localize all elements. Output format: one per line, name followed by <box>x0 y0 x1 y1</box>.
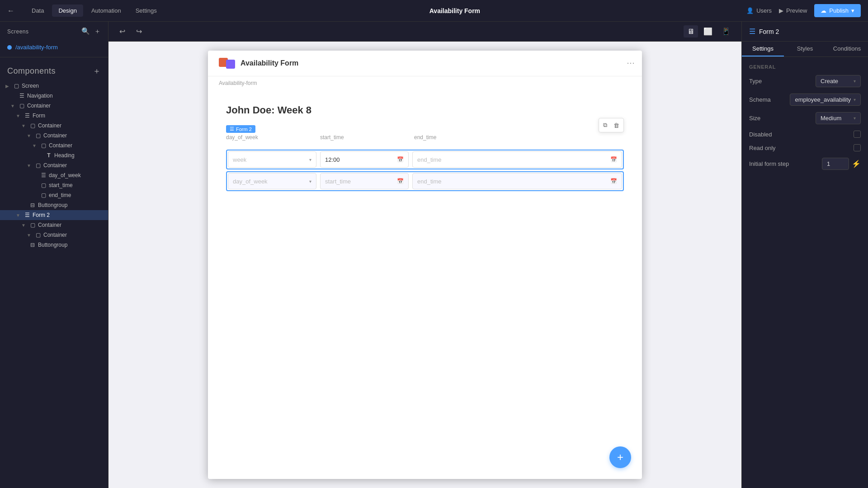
size-label: Size <box>749 115 760 122</box>
add-screen-icon[interactable]: ＋ <box>94 27 101 36</box>
size-caret: ▾ <box>854 116 856 121</box>
container-icon: ▢ <box>29 222 36 228</box>
tab-automation[interactable]: Automation <box>85 5 127 17</box>
field-icon: ▢ <box>40 192 47 198</box>
tree-item-end-time[interactable]: ▢ end_time <box>0 190 108 200</box>
tree-toggle: ▼ <box>25 163 33 168</box>
screens-actions: 🔍 ＋ <box>81 27 101 36</box>
tree-item-buttongroup-1[interactable]: ⊟ Buttongroup <box>0 200 108 210</box>
step-bolt-icon[interactable]: ⚡ <box>852 160 861 168</box>
field-icon: ☰ <box>40 172 47 178</box>
app-logo <box>219 58 235 69</box>
end-time-field-1[interactable]: end_time 📅 <box>412 151 622 168</box>
end-time-field-2[interactable]: end_time 📅 <box>412 173 622 189</box>
delete-row-button[interactable]: 🗑 <box>611 120 622 131</box>
col-header-day: day_of_week <box>226 134 316 141</box>
start-time-field-2[interactable]: start_time 📅 <box>320 173 409 189</box>
canvas-toolbar: ↩ ↪ 🖥 ⬜ 📱 <box>108 22 741 42</box>
screens-header: Screens 🔍 ＋ <box>0 22 108 41</box>
tree-item-screen[interactable]: ▶ ▢ Screen <box>0 81 108 91</box>
tab-data[interactable]: Data <box>25 5 50 17</box>
day-of-week-field-1[interactable]: week ▾ <box>228 151 316 168</box>
type-group: Type Create ▾ <box>749 75 861 87</box>
styles-tab[interactable]: Styles <box>784 42 826 56</box>
disabled-checkbox-wrap <box>854 131 861 138</box>
tree-item-container-2[interactable]: ▼ ▢ Container <box>0 121 108 131</box>
tree-item-form2[interactable]: ▼ ☰ Form 2 <box>0 210 108 220</box>
tree-item-buttongroup-2[interactable]: ⊟ Buttongroup <box>0 240 108 250</box>
col-header-end: end_time <box>414 134 624 141</box>
sidebar-divider <box>0 57 108 57</box>
canvas-dots-icon[interactable]: ⋯ <box>627 58 635 68</box>
tree-toggle: ▼ <box>25 233 33 238</box>
schema-caret: ▾ <box>854 97 856 102</box>
publish-button[interactable]: ☁ Publish ▾ <box>814 4 861 17</box>
day-of-week-field-2[interactable]: day_of_week ▾ <box>228 173 316 189</box>
dropdown-caret-1: ▾ <box>309 157 311 162</box>
mobile-view-button[interactable]: 📱 <box>718 25 734 38</box>
form-heading: John Doe: Week 8 <box>226 104 624 116</box>
desktop-view-button[interactable]: 🖥 <box>684 25 698 38</box>
form-row-2[interactable]: day_of_week ▾ start_time 📅 end_time 📅 <box>226 171 624 191</box>
users-button[interactable]: 👤 Users <box>746 7 772 14</box>
add-row-button[interactable]: + <box>609 446 631 468</box>
form-badge-icon: ☰ <box>230 126 234 132</box>
tree-toggle: ▼ <box>20 223 27 228</box>
tree-item-navigation[interactable]: ☰ Navigation <box>0 91 108 101</box>
heading-icon: T <box>45 152 52 159</box>
field-icon: ▢ <box>40 182 47 188</box>
tree-item-heading[interactable]: T Heading <box>0 150 108 160</box>
duplicate-row-button[interactable]: ⧉ <box>600 120 610 131</box>
tree-item-container-7[interactable]: ▼ ▢ Container <box>0 230 108 240</box>
container-icon: ▢ <box>40 142 47 149</box>
tree-toggle: ▶ <box>4 84 11 89</box>
tree-item-container-1[interactable]: ▼ ▢ Container <box>0 101 108 111</box>
settings-tab[interactable]: Settings <box>742 42 784 56</box>
end-placeholder-2: end_time <box>417 178 608 185</box>
start-time-field-1[interactable]: 12:00 📅 <box>320 151 409 168</box>
form-row-1[interactable]: week ▾ 12:00 📅 end_time 📅 <box>226 150 624 169</box>
day-placeholder-1: week <box>233 156 307 163</box>
screen-dot <box>7 45 12 50</box>
disabled-label: Disabled <box>749 131 772 138</box>
tree-item-start-time[interactable]: ▢ start_time <box>0 180 108 190</box>
read-only-checkbox[interactable] <box>854 144 861 151</box>
logo-square-2 <box>226 60 235 69</box>
form-badge: ☰ Form 2 <box>226 125 255 133</box>
general-section-label: GENERAL <box>749 64 861 70</box>
tablet-view-button[interactable]: ⬜ <box>700 25 716 38</box>
tree-toggle: ▼ <box>25 133 33 138</box>
initial-step-input[interactable]: 1 <box>822 158 849 170</box>
schema-group: Schema employee_availability ▾ <box>749 94 861 106</box>
start-time-value-1: 12:00 <box>325 156 394 163</box>
users-icon: 👤 <box>746 7 754 14</box>
tab-design[interactable]: Design <box>52 5 83 17</box>
toolbar-left: ↩ ↪ <box>116 25 146 38</box>
type-select[interactable]: Create ▾ <box>816 75 861 87</box>
tab-settings[interactable]: Settings <box>129 5 163 17</box>
undo-button[interactable]: ↩ <box>116 25 129 38</box>
container-icon: ▢ <box>34 132 42 139</box>
preview-button[interactable]: ▶ Preview <box>779 7 807 14</box>
screens-item-availability[interactable]: /availability-form <box>0 41 108 53</box>
top-navigation: ← Data Design Automation Settings Availa… <box>0 0 868 22</box>
publish-chevron-icon: ▾ <box>851 7 854 14</box>
tree-item-form[interactable]: ▼ ☰ Form <box>0 111 108 121</box>
tree-item-day-of-week[interactable]: ☰ day_of_week <box>0 170 108 180</box>
tree-item-container-6[interactable]: ▼ ▢ Container <box>0 220 108 230</box>
tree-toggle: ▼ <box>14 213 22 218</box>
conditions-tab[interactable]: Conditions <box>826 42 868 56</box>
schema-select[interactable]: employee_availability ▾ <box>790 94 861 106</box>
search-icon[interactable]: 🔍 <box>81 27 90 36</box>
tree-item-container-5[interactable]: ▼ ▢ Container <box>0 160 108 170</box>
back-button[interactable]: ← <box>7 7 14 15</box>
add-component-icon[interactable]: ＋ <box>93 66 101 76</box>
right-actions: 👤 Users ▶ Preview ☁ Publish ▾ <box>746 4 861 17</box>
disabled-checkbox[interactable] <box>854 131 861 138</box>
redo-button[interactable]: ↪ <box>132 25 146 38</box>
tree-item-container-3[interactable]: ▼ ▢ Container <box>0 131 108 141</box>
container-icon: ▢ <box>34 232 42 238</box>
size-select[interactable]: Medium ▾ <box>816 112 861 124</box>
tree-item-container-4[interactable]: ▼ ▢ Container <box>0 141 108 150</box>
size-group: Size Medium ▾ <box>749 112 861 124</box>
